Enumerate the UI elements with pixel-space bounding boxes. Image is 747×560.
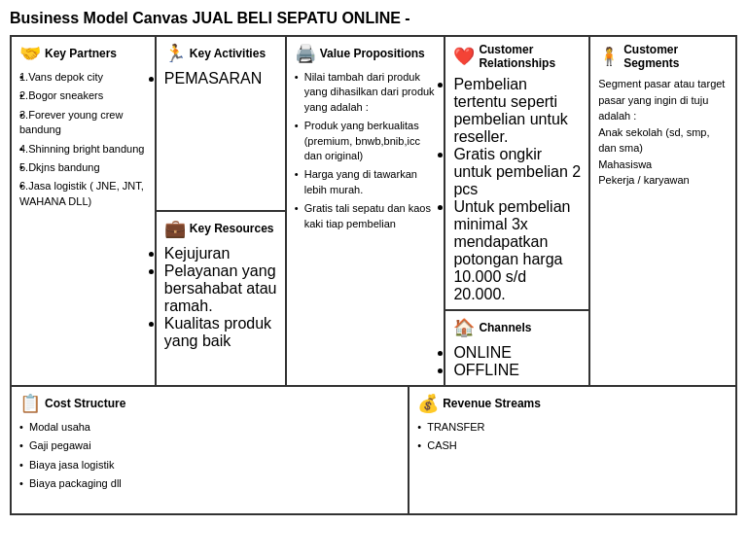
- list-item: Gratis tali sepatu dan kaos kaki tiap pe…: [295, 201, 437, 231]
- list-item: ONLINE: [453, 344, 581, 362]
- revenue-streams-icon: 💰: [417, 393, 439, 414]
- list-item: Kualitas produk yang baik: [164, 315, 277, 350]
- canvas-container: 🤝 Key Partners 1.Vans depok city 2.Bogor…: [10, 35, 737, 515]
- key-resources-section: 💼 Key Resources Kejujuran Pelayanan yang…: [157, 212, 285, 385]
- list-item: Biaya packaging dll: [19, 476, 400, 491]
- key-resources-icon: 💼: [164, 218, 186, 239]
- list-item: Produk yang berkualitas (premium, bnwb,b…: [295, 119, 437, 163]
- channels-section: 🏠 Channels ONLINE OFFLINE: [445, 311, 588, 385]
- revenue-streams-list: TRANSFER CASH: [417, 420, 728, 454]
- list-item: CASH: [417, 438, 728, 453]
- key-partners-icon: 🤝: [19, 43, 41, 64]
- list-item: Nilai tambah dari produk yang dihasilkan…: [295, 70, 437, 115]
- cell-revenue-streams: 💰 Revenue Streams TRANSFER CASH: [409, 387, 735, 513]
- page-title: Business Model Canvas JUAL BELI SEPATU O…: [10, 10, 737, 27]
- list-item: Gaji pegawai: [19, 438, 400, 453]
- cost-structure-icon: 📋: [19, 393, 41, 414]
- list-item: OFFLINE: [453, 362, 581, 379]
- list-item: 1.Vans depok city: [19, 70, 147, 85]
- customer-relationships-section: ❤️ Customer Relationships Pembelian tert…: [445, 37, 588, 311]
- list-item: Gratis ongkir untuk pembelian 2 pcs: [453, 146, 581, 198]
- customer-rel-header: Customer Relationships: [479, 43, 581, 70]
- list-item: 6.Jasa logistik ( JNE, JNT, WAHANA DLL): [19, 179, 147, 209]
- customer-seg-text: Segment pasar atau target pasar yang ing…: [598, 76, 728, 189]
- list-item: Modal usaha: [19, 420, 400, 435]
- key-activities-icon: 🏃: [164, 43, 186, 64]
- value-prop-list: Nilai tambah dari produk yang dihasilkan…: [295, 70, 437, 231]
- cell-cost-structure: 📋 Cost Structure Modal usaha Gaji pegawa…: [12, 387, 409, 513]
- channels-header: Channels: [479, 321, 531, 334]
- list-item: Kejujuran: [164, 245, 277, 262]
- cell-key-activities-resources: 🏃 Key Activities PEMASARAN 💼 Key Resourc…: [157, 37, 287, 385]
- top-row: 🤝 Key Partners 1.Vans depok city 2.Bogor…: [12, 37, 735, 387]
- list-item: Harga yang di tawarkan lebih murah.: [295, 167, 437, 197]
- key-activities-list: PEMASARAN: [164, 70, 277, 88]
- cell-customer-segments: 🧍 Customer Segments Segment pasar atau t…: [590, 37, 735, 385]
- key-activities-section: 🏃 Key Activities PEMASARAN: [157, 37, 285, 212]
- list-item: Biaya jasa logistik: [19, 458, 400, 472]
- customer-rel-icon: ❤️: [453, 46, 475, 67]
- bottom-row: 📋 Cost Structure Modal usaha Gaji pegawa…: [12, 387, 735, 513]
- key-resources-list: Kejujuran Pelayanan yang bersahabat atau…: [164, 245, 277, 350]
- channels-icon: 🏠: [453, 317, 475, 338]
- customer-rel-list: Pembelian tertentu seperti pembelian unt…: [453, 76, 581, 303]
- value-prop-icon: 🖨️: [295, 43, 316, 64]
- list-item: Pelayanan yang bersahabat atau ramah.: [164, 262, 277, 315]
- key-partners-header: Key Partners: [45, 47, 117, 60]
- list-item: 4.Shinning bright bandung: [19, 142, 147, 157]
- cost-structure-list: Modal usaha Gaji pegawai Biaya jasa logi…: [19, 420, 400, 492]
- list-item: Untuk pembelian minimal 3x mendapatkan p…: [453, 198, 581, 303]
- list-item: TRANSFER: [417, 420, 728, 435]
- key-resources-header: Key Resources: [190, 222, 274, 235]
- cell-value-propositions: 🖨️ Value Propositions Nilai tambah dari …: [287, 37, 446, 385]
- cost-structure-header: Cost Structure: [45, 397, 125, 410]
- key-partners-list: 1.Vans depok city 2.Bogor sneakers 3.For…: [19, 70, 147, 209]
- cell-customer-rel-channels: ❤️ Customer Relationships Pembelian tert…: [445, 37, 590, 385]
- list-item: 5.Dkjns bandung: [19, 160, 147, 175]
- channels-list: ONLINE OFFLINE: [453, 344, 581, 379]
- customer-seg-icon: 🧍: [598, 46, 620, 67]
- revenue-streams-header: Revenue Streams: [443, 397, 541, 410]
- list-item: Pembelian tertentu seperti pembelian unt…: [453, 76, 581, 146]
- list-item: 2.Bogor sneakers: [19, 88, 147, 103]
- key-activities-header: Key Activities: [190, 47, 266, 60]
- list-item: PEMASARAN: [164, 70, 277, 88]
- list-item: 3.Forever young crew bandung: [19, 108, 147, 138]
- cell-key-partners: 🤝 Key Partners 1.Vans depok city 2.Bogor…: [12, 37, 157, 385]
- customer-seg-header: Customer Segments: [623, 43, 728, 70]
- value-prop-header: Value Propositions: [320, 47, 425, 60]
